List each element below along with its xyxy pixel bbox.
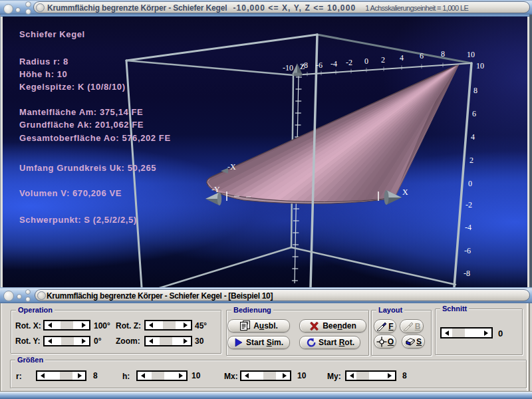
svg-text:-4: -4 bbox=[331, 59, 337, 68]
svg-text:10: 10 bbox=[467, 50, 475, 59]
svg-text:-6: -6 bbox=[464, 246, 471, 255]
svg-text:6: 6 bbox=[472, 109, 476, 118]
svg-text:-Y: -Y bbox=[211, 185, 220, 194]
svg-text:6: 6 bbox=[420, 51, 424, 61]
svg-text:-2: -2 bbox=[346, 58, 352, 67]
svg-text:-X: -X bbox=[227, 162, 236, 172]
svg-text:4: 4 bbox=[471, 132, 475, 142]
svg-text:0: 0 bbox=[364, 57, 368, 66]
svg-text:2: 2 bbox=[381, 55, 385, 65]
svg-text:X: X bbox=[402, 188, 408, 197]
svg-text:4: 4 bbox=[400, 53, 404, 63]
svg-text:-8: -8 bbox=[464, 269, 470, 278]
svg-text:-4: -4 bbox=[465, 223, 471, 232]
svg-text:-6: -6 bbox=[316, 61, 323, 70]
svg-text:2: 2 bbox=[469, 156, 473, 165]
svg-text:Z: Z bbox=[300, 62, 305, 71]
svg-text:0: 0 bbox=[468, 179, 472, 188]
svg-text:-10: -10 bbox=[283, 63, 293, 72]
svg-text:8: 8 bbox=[441, 49, 445, 59]
svg-text:10: 10 bbox=[476, 61, 484, 70]
svg-text:-2: -2 bbox=[466, 200, 472, 209]
svg-text:8: 8 bbox=[473, 86, 477, 95]
